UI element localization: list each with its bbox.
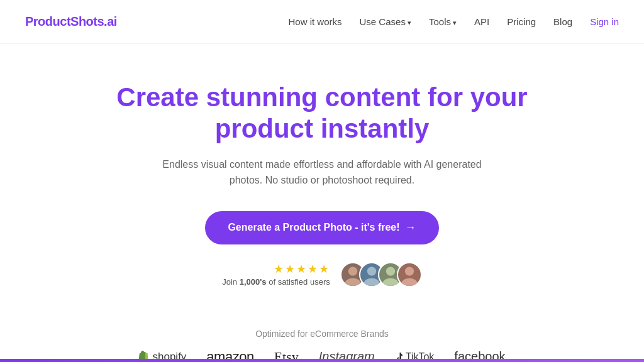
avatar-4 bbox=[397, 262, 422, 287]
nav-link-blog[interactable]: Blog bbox=[553, 16, 572, 27]
svg-point-3 bbox=[364, 278, 379, 286]
cta-arrow-icon: → bbox=[405, 221, 416, 234]
brands-label: Optimized for eCommerce Brands bbox=[255, 329, 389, 339]
stars-container: ★★★★★ Join 1,000's of satisfied users bbox=[222, 262, 330, 287]
nav-links: How it works Use Cases Tools API Pricing… bbox=[289, 16, 619, 28]
join-suffix: of satisfied users bbox=[267, 277, 330, 287]
svg-point-0 bbox=[348, 266, 357, 275]
star-rating: ★★★★★ bbox=[274, 262, 330, 276]
svg-point-7 bbox=[401, 278, 417, 286]
nav-link-pricing[interactable]: Pricing bbox=[507, 16, 536, 27]
nav-item-tools[interactable]: Tools bbox=[429, 16, 457, 28]
nav-item-blog[interactable]: Blog bbox=[553, 16, 572, 28]
svg-point-6 bbox=[405, 266, 414, 275]
cta-label: Generate a Product Photo - it's free! bbox=[228, 222, 399, 233]
cta-button[interactable]: Generate a Product Photo - it's free! → bbox=[205, 211, 438, 244]
nav-link-sign-in[interactable]: Sign in bbox=[590, 16, 619, 27]
navbar: ProductShots.ai How it works Use Cases T… bbox=[0, 0, 644, 44]
bottom-accent-bar bbox=[0, 359, 644, 362]
nav-link-tools[interactable]: Tools bbox=[429, 16, 457, 27]
nav-item-use-cases[interactable]: Use Cases bbox=[360, 16, 411, 28]
nav-link-how-it-works[interactable]: How it works bbox=[289, 16, 342, 27]
hero-headline: Create stunning content for your product… bbox=[64, 82, 580, 145]
hero-subheadline: Endless visual content made effortless a… bbox=[146, 156, 498, 189]
join-count: 1,000's bbox=[240, 277, 267, 287]
svg-point-1 bbox=[345, 278, 360, 286]
join-text: Join 1,000's of satisfied users bbox=[222, 277, 330, 287]
site-logo[interactable]: ProductShots.ai bbox=[25, 14, 117, 29]
nav-item-pricing[interactable]: Pricing bbox=[507, 16, 536, 28]
svg-point-2 bbox=[367, 266, 376, 275]
nav-link-use-cases[interactable]: Use Cases bbox=[360, 16, 411, 27]
nav-item-how-it-works[interactable]: How it works bbox=[289, 16, 342, 28]
social-proof: ★★★★★ Join 1,000's of satisfied users bbox=[222, 262, 421, 287]
hero-section: Create stunning content for your product… bbox=[0, 44, 644, 329]
nav-link-api[interactable]: API bbox=[474, 16, 489, 27]
avatar-group bbox=[340, 262, 422, 287]
svg-point-5 bbox=[382, 278, 398, 286]
svg-point-4 bbox=[386, 266, 395, 275]
nav-item-api[interactable]: API bbox=[474, 16, 489, 28]
nav-item-sign-in[interactable]: Sign in bbox=[590, 16, 619, 28]
brands-section: Optimized for eCommerce Brands shopify a… bbox=[0, 329, 644, 362]
join-prefix: Join bbox=[222, 277, 239, 287]
